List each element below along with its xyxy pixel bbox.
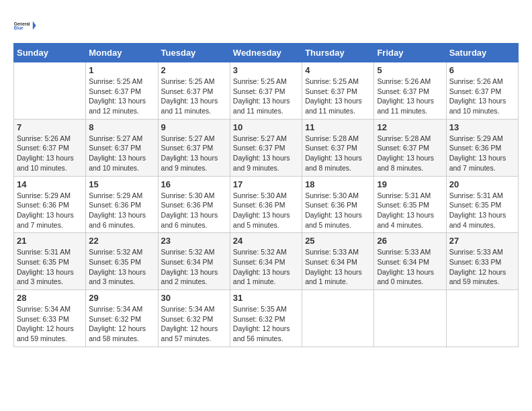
- day-cell: 16Sunrise: 5:30 AM Sunset: 6:36 PM Dayli…: [158, 176, 230, 233]
- header-cell-wednesday: Wednesday: [230, 44, 302, 62]
- header-cell-tuesday: Tuesday: [158, 44, 230, 62]
- calendar-table: SundayMondayTuesdayWednesdayThursdayFrid…: [13, 43, 519, 347]
- day-cell: 17Sunrise: 5:30 AM Sunset: 6:36 PM Dayli…: [230, 176, 302, 233]
- day-cell: 2Sunrise: 5:25 AM Sunset: 6:37 PM Daylig…: [158, 62, 230, 120]
- svg-marker-2: [33, 21, 36, 30]
- day-cell: 3Sunrise: 5:25 AM Sunset: 6:37 PM Daylig…: [230, 62, 302, 120]
- day-cell: 22Sunrise: 5:32 AM Sunset: 6:35 PM Dayli…: [86, 233, 158, 290]
- day-info: Sunrise: 5:25 AM Sunset: 6:37 PM Dayligh…: [89, 77, 154, 116]
- day-cell: 21Sunrise: 5:31 AM Sunset: 6:35 PM Dayli…: [14, 233, 86, 290]
- day-info: Sunrise: 5:29 AM Sunset: 6:36 PM Dayligh…: [449, 134, 515, 173]
- day-cell: 15Sunrise: 5:29 AM Sunset: 6:36 PM Dayli…: [86, 176, 158, 233]
- day-number: 26: [377, 236, 443, 246]
- day-cell: 27Sunrise: 5:33 AM Sunset: 6:33 PM Dayli…: [446, 233, 518, 290]
- day-cell: 1Sunrise: 5:25 AM Sunset: 6:37 PM Daylig…: [86, 62, 158, 120]
- day-info: Sunrise: 5:31 AM Sunset: 6:35 PM Dayligh…: [449, 191, 515, 230]
- day-cell: 31Sunrise: 5:35 AM Sunset: 6:32 PM Dayli…: [230, 290, 302, 347]
- day-cell: 11Sunrise: 5:28 AM Sunset: 6:37 PM Dayli…: [302, 119, 374, 176]
- day-info: Sunrise: 5:30 AM Sunset: 6:36 PM Dayligh…: [161, 191, 227, 230]
- day-cell: 20Sunrise: 5:31 AM Sunset: 6:35 PM Dayli…: [446, 176, 518, 233]
- day-number: 27: [449, 236, 515, 246]
- day-number: 4: [305, 65, 371, 75]
- day-info: Sunrise: 5:25 AM Sunset: 6:37 PM Dayligh…: [305, 77, 371, 116]
- day-number: 16: [161, 179, 227, 189]
- day-info: Sunrise: 5:34 AM Sunset: 6:32 PM Dayligh…: [161, 304, 227, 344]
- day-number: 3: [233, 65, 299, 75]
- day-number: 24: [233, 236, 299, 246]
- week-row-1: 7Sunrise: 5:26 AM Sunset: 6:37 PM Daylig…: [14, 119, 519, 176]
- svg-text:Blue: Blue: [14, 26, 24, 30]
- day-info: Sunrise: 5:33 AM Sunset: 6:34 PM Dayligh…: [377, 247, 443, 287]
- day-info: Sunrise: 5:33 AM Sunset: 6:34 PM Dayligh…: [305, 247, 371, 287]
- day-number: 30: [161, 293, 227, 303]
- day-cell: 24Sunrise: 5:32 AM Sunset: 6:34 PM Dayli…: [230, 233, 302, 290]
- logo-icon: GeneralBlue: [13, 13, 38, 38]
- week-row-3: 21Sunrise: 5:31 AM Sunset: 6:35 PM Dayli…: [14, 233, 519, 290]
- header-cell-sunday: Sunday: [14, 44, 86, 62]
- day-cell: 30Sunrise: 5:34 AM Sunset: 6:32 PM Dayli…: [158, 290, 230, 347]
- day-info: Sunrise: 5:29 AM Sunset: 6:36 PM Dayligh…: [89, 191, 154, 230]
- day-info: Sunrise: 5:27 AM Sunset: 6:37 PM Dayligh…: [161, 134, 227, 173]
- day-number: 12: [377, 122, 443, 132]
- day-number: 31: [233, 293, 299, 303]
- day-info: Sunrise: 5:26 AM Sunset: 6:37 PM Dayligh…: [377, 77, 443, 116]
- day-info: Sunrise: 5:34 AM Sunset: 6:33 PM Dayligh…: [17, 304, 83, 344]
- day-number: 7: [17, 122, 83, 132]
- day-cell: 13Sunrise: 5:29 AM Sunset: 6:36 PM Dayli…: [446, 119, 518, 176]
- day-info: Sunrise: 5:27 AM Sunset: 6:37 PM Dayligh…: [233, 134, 299, 173]
- day-info: Sunrise: 5:31 AM Sunset: 6:35 PM Dayligh…: [377, 191, 443, 230]
- day-info: Sunrise: 5:28 AM Sunset: 6:37 PM Dayligh…: [305, 134, 371, 173]
- day-number: 6: [449, 65, 515, 75]
- day-cell: [14, 62, 86, 120]
- day-info: Sunrise: 5:32 AM Sunset: 6:35 PM Dayligh…: [89, 247, 154, 287]
- day-cell: 10Sunrise: 5:27 AM Sunset: 6:37 PM Dayli…: [230, 119, 302, 176]
- day-number: 17: [233, 179, 299, 189]
- day-number: 5: [377, 65, 443, 75]
- day-number: 25: [305, 236, 371, 246]
- day-info: Sunrise: 5:34 AM Sunset: 6:32 PM Dayligh…: [89, 304, 154, 344]
- day-number: 22: [89, 236, 154, 246]
- day-cell: 18Sunrise: 5:30 AM Sunset: 6:36 PM Dayli…: [302, 176, 374, 233]
- svg-text:General: General: [14, 21, 30, 26]
- day-cell: 7Sunrise: 5:26 AM Sunset: 6:37 PM Daylig…: [14, 119, 86, 176]
- day-number: 29: [89, 293, 154, 303]
- day-cell: 12Sunrise: 5:28 AM Sunset: 6:37 PM Dayli…: [374, 119, 446, 176]
- day-number: 28: [17, 293, 83, 303]
- day-info: Sunrise: 5:28 AM Sunset: 6:37 PM Dayligh…: [377, 134, 443, 173]
- day-number: 15: [89, 179, 154, 189]
- day-cell: 29Sunrise: 5:34 AM Sunset: 6:32 PM Dayli…: [86, 290, 158, 347]
- day-cell: 28Sunrise: 5:34 AM Sunset: 6:33 PM Dayli…: [14, 290, 86, 347]
- logo: GeneralBlue: [13, 13, 40, 38]
- day-info: Sunrise: 5:30 AM Sunset: 6:36 PM Dayligh…: [233, 191, 299, 230]
- day-cell: 8Sunrise: 5:27 AM Sunset: 6:37 PM Daylig…: [86, 119, 158, 176]
- day-cell: [374, 290, 446, 347]
- day-number: 14: [17, 179, 83, 189]
- day-number: 18: [305, 179, 371, 189]
- day-number: 2: [161, 65, 227, 75]
- day-info: Sunrise: 5:25 AM Sunset: 6:37 PM Dayligh…: [161, 77, 227, 116]
- week-row-0: 1Sunrise: 5:25 AM Sunset: 6:37 PM Daylig…: [14, 62, 519, 120]
- day-cell: 25Sunrise: 5:33 AM Sunset: 6:34 PM Dayli…: [302, 233, 374, 290]
- day-cell: 26Sunrise: 5:33 AM Sunset: 6:34 PM Dayli…: [374, 233, 446, 290]
- day-number: 9: [161, 122, 227, 132]
- day-cell: 9Sunrise: 5:27 AM Sunset: 6:37 PM Daylig…: [158, 119, 230, 176]
- week-row-2: 14Sunrise: 5:29 AM Sunset: 6:36 PM Dayli…: [14, 176, 519, 233]
- header-cell-thursday: Thursday: [302, 44, 374, 62]
- day-number: 19: [377, 179, 443, 189]
- week-row-4: 28Sunrise: 5:34 AM Sunset: 6:33 PM Dayli…: [14, 290, 519, 347]
- day-cell: 4Sunrise: 5:25 AM Sunset: 6:37 PM Daylig…: [302, 62, 374, 120]
- day-cell: [446, 290, 518, 347]
- day-number: 20: [449, 179, 515, 189]
- day-number: 13: [449, 122, 515, 132]
- day-info: Sunrise: 5:25 AM Sunset: 6:37 PM Dayligh…: [233, 77, 299, 116]
- day-number: 1: [89, 65, 154, 75]
- day-cell: 19Sunrise: 5:31 AM Sunset: 6:35 PM Dayli…: [374, 176, 446, 233]
- page-header: GeneralBlue: [13, 13, 519, 38]
- day-number: 23: [161, 236, 227, 246]
- day-number: 8: [89, 122, 154, 132]
- day-info: Sunrise: 5:26 AM Sunset: 6:37 PM Dayligh…: [449, 77, 515, 116]
- header-cell-monday: Monday: [86, 44, 158, 62]
- day-info: Sunrise: 5:32 AM Sunset: 6:34 PM Dayligh…: [233, 247, 299, 287]
- day-cell: [302, 290, 374, 347]
- header-cell-saturday: Saturday: [446, 44, 518, 62]
